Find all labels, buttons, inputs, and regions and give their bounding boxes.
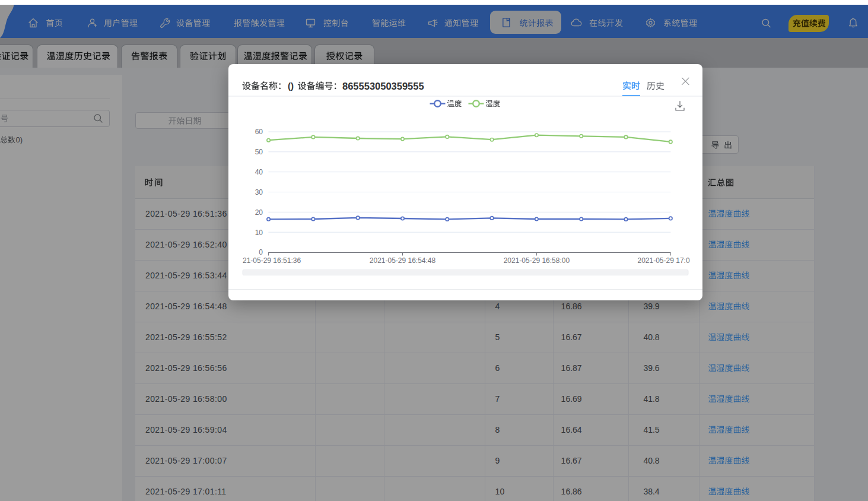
svg-text:0: 0 (259, 248, 263, 256)
svg-text:21-05-29 16:51:36: 21-05-29 16:51:36 (243, 256, 301, 265)
svg-text:20: 20 (255, 208, 263, 217)
svg-text:2021-05-29 17:0: 2021-05-29 17:0 (638, 256, 690, 265)
svg-text:2021-05-29 16:58:00: 2021-05-29 16:58:00 (504, 256, 570, 265)
svg-text:(): () (288, 81, 294, 91)
svg-text:50: 50 (255, 148, 263, 156)
svg-text:865553050359555: 865553050359555 (342, 81, 424, 91)
svg-text:30: 30 (255, 188, 263, 196)
svg-text:40: 40 (255, 168, 263, 176)
svg-text:60: 60 (255, 128, 263, 136)
svg-text:10: 10 (255, 229, 263, 237)
svg-text:2021-05-29 16:54:48: 2021-05-29 16:54:48 (370, 256, 436, 265)
